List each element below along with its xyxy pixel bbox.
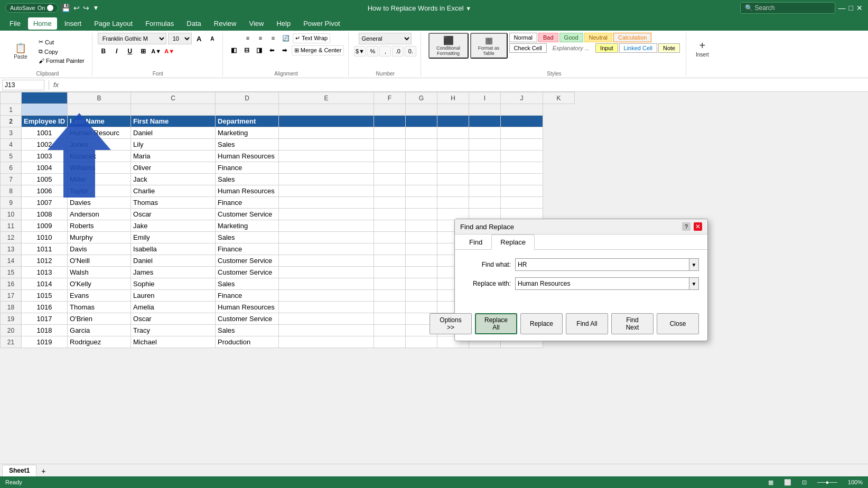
cell-h3[interactable] — [406, 127, 437, 139]
sheet-tab-sheet1[interactable]: Sheet1 — [2, 465, 36, 476]
cell-h7[interactable] — [406, 174, 437, 185]
cell-h12[interactable] — [406, 232, 437, 243]
cell-c3[interactable]: Human Resourc — [68, 127, 131, 139]
cell-k1[interactable] — [501, 104, 543, 116]
cell-j4[interactable] — [469, 139, 501, 151]
bold-button[interactable]: B — [98, 46, 109, 57]
cell-f4[interactable] — [279, 139, 374, 151]
cell-g1[interactable] — [374, 104, 406, 116]
find-next-button[interactable]: Find Next — [611, 313, 654, 334]
cell-f12[interactable] — [279, 232, 374, 243]
redo-icon[interactable]: ↪ — [83, 4, 89, 12]
cell-c2[interactable]: Last Name — [68, 116, 131, 127]
number-format-select[interactable]: General — [359, 33, 412, 44]
col-header-h[interactable]: G — [406, 92, 437, 104]
copy-button[interactable]: ⧉ Copy — [35, 47, 88, 56]
formula-input[interactable] — [61, 80, 866, 90]
cell-h2[interactable] — [406, 116, 437, 127]
format-painter-button[interactable]: 🖌 Format Painter — [35, 57, 88, 65]
cell-f18[interactable] — [279, 302, 374, 313]
cell-i3[interactable] — [437, 127, 469, 139]
cell-k8[interactable] — [501, 185, 543, 197]
cell-j8[interactable] — [469, 185, 501, 197]
cell-k5[interactable] — [501, 151, 543, 162]
menu-file[interactable]: File — [4, 17, 26, 30]
search-bar[interactable]: 🔍 Search — [740, 2, 835, 14]
cell-f7[interactable] — [279, 174, 374, 185]
cell-c14[interactable]: O'Neill — [68, 255, 131, 267]
menu-page-layout[interactable]: Page Layout — [89, 17, 138, 30]
col-header-g[interactable]: F — [374, 92, 406, 104]
angle-text-btn[interactable]: 🔄 — [280, 33, 292, 43]
view-layout-icon[interactable]: ⬜ — [784, 479, 791, 486]
cell-h15[interactable] — [406, 267, 437, 278]
cell-b7[interactable]: 1005 — [22, 174, 68, 185]
cell-i8[interactable] — [437, 185, 469, 197]
style-normal[interactable]: Normal — [509, 33, 537, 42]
cell-g18[interactable] — [374, 302, 406, 313]
cell-c4[interactable]: Jones — [68, 139, 131, 151]
find-what-dropdown[interactable]: ▼ — [689, 258, 699, 271]
cell-e10[interactable]: Customer Service — [216, 209, 279, 220]
cell-g7[interactable] — [374, 174, 406, 185]
cell-g15[interactable] — [374, 267, 406, 278]
replace-all-button[interactable]: Replace All — [475, 313, 517, 334]
cell-h6[interactable] — [406, 162, 437, 174]
cell-e7[interactable]: Sales — [216, 174, 279, 185]
menu-help[interactable]: Help — [271, 17, 296, 30]
find-all-button[interactable]: Find All — [566, 313, 608, 334]
cell-b11[interactable]: 1009 — [22, 220, 68, 232]
paste-button[interactable]: 📋 Paste — [7, 35, 34, 67]
cell-e2[interactable]: Department — [216, 116, 279, 127]
cell-h4[interactable] — [406, 139, 437, 151]
style-note[interactable]: Note — [658, 43, 680, 53]
cell-f8[interactable] — [279, 185, 374, 197]
cell-j6[interactable] — [469, 162, 501, 174]
cell-k4[interactable] — [501, 139, 543, 151]
cell-c10[interactable]: Anderson — [68, 209, 131, 220]
cell-e1[interactable] — [216, 104, 279, 116]
cell-i1[interactable] — [437, 104, 469, 116]
cell-g16[interactable] — [374, 278, 406, 290]
style-good[interactable]: Good — [559, 33, 583, 42]
cell-e4[interactable]: Sales — [216, 139, 279, 151]
cell-b15[interactable]: 1013 — [22, 267, 68, 278]
cell-c13[interactable]: Davis — [68, 243, 131, 255]
align-top-left-btn[interactable]: ≡ — [242, 33, 254, 43]
fill-color-button[interactable]: A▼ — [151, 46, 162, 57]
cell-b20[interactable]: 1018 — [22, 325, 68, 336]
cell-d10[interactable]: Oscar — [131, 209, 216, 220]
cell-i6[interactable] — [437, 162, 469, 174]
decrease-decimal-btn[interactable]: 0. — [405, 46, 416, 57]
cell-c11[interactable]: Roberts — [68, 220, 131, 232]
cell-d4[interactable]: Lily — [131, 139, 216, 151]
cell-c21[interactable]: Rodriguez — [68, 336, 131, 348]
cell-k3[interactable] — [501, 127, 543, 139]
replace-with-input[interactable] — [515, 277, 689, 290]
align-right-btn[interactable]: ◨ — [254, 45, 265, 55]
cell-g4[interactable] — [374, 139, 406, 151]
col-header-l[interactable]: K — [543, 92, 575, 104]
decrease-indent-btn[interactable]: ⬅ — [266, 45, 278, 55]
cell-g19[interactable] — [374, 313, 406, 325]
font-size-select[interactable]: 10 — [168, 33, 192, 44]
col-header-e[interactable]: D — [216, 92, 279, 104]
cell-h5[interactable] — [406, 151, 437, 162]
col-header-d[interactable]: C — [131, 92, 216, 104]
cell-b13[interactable]: 1011 — [22, 243, 68, 255]
cell-j1[interactable] — [469, 104, 501, 116]
cell-i7[interactable] — [437, 174, 469, 185]
cell-k9[interactable] — [501, 197, 543, 209]
style-check-cell[interactable]: Check Cell — [509, 43, 547, 53]
cell-k6[interactable] — [501, 162, 543, 174]
cell-c1[interactable] — [68, 104, 131, 116]
percent-btn[interactable]: % — [367, 46, 378, 57]
cell-f5[interactable] — [279, 151, 374, 162]
cell-c20[interactable]: Garcia — [68, 325, 131, 336]
style-linked-cell[interactable]: Linked Cell — [619, 43, 657, 53]
menu-data[interactable]: Data — [181, 17, 206, 30]
cell-e6[interactable]: Finance — [216, 162, 279, 174]
cell-d1[interactable] — [131, 104, 216, 116]
cell-e21[interactable]: Production — [216, 336, 279, 348]
border-button[interactable]: ⊞ — [137, 46, 149, 57]
